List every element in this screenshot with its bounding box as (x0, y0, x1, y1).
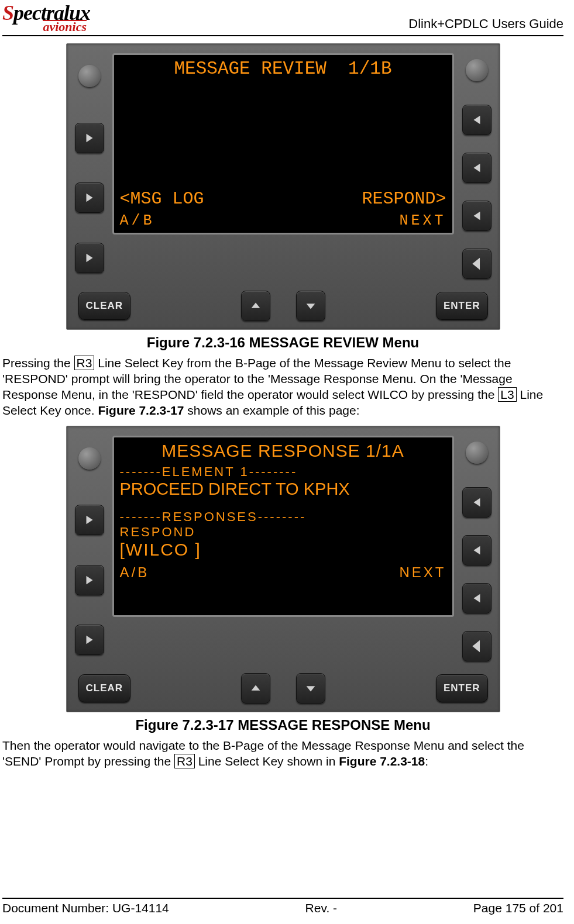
mcdu-device-1: MESSAGE REVIEW 1/1B <MSG LOG RESPOND> A/… (66, 43, 500, 330)
figure-2: MESSAGE RESPONSE 1/1A -------ELEMENT 1--… (2, 426, 563, 712)
next-label-2: NEXT (399, 564, 446, 581)
key-r3-b: R3 (174, 754, 195, 768)
lsk-r1[interactable] (462, 105, 491, 135)
lsk-l2[interactable] (75, 182, 104, 213)
document-title: Dlink+CPDLC Users Guide (408, 16, 563, 33)
wilco-value: [WILCO ] (120, 540, 446, 560)
lsk-l3[interactable] (75, 243, 104, 273)
svg-marker-6 (473, 260, 479, 268)
svg-marker-10 (86, 576, 92, 585)
brightness-knob-r2[interactable] (466, 442, 488, 464)
right-lsk-column-2 (462, 436, 491, 665)
svg-marker-2 (86, 254, 92, 263)
ab-label: A/B (120, 212, 155, 229)
enter-button-2[interactable]: ENTER (436, 674, 488, 702)
logo: Spectralux avionics (2, 4, 90, 33)
svg-marker-7 (252, 303, 260, 308)
mcdu-device-2: MESSAGE RESPONSE 1/1A -------ELEMENT 1--… (66, 426, 500, 712)
figure-1: MESSAGE REVIEW 1/1B <MSG LOG RESPOND> A/… (2, 43, 563, 330)
screen-title: MESSAGE REVIEW 1/1B (120, 58, 446, 79)
clear-button-2[interactable]: CLEAR (78, 674, 131, 702)
lsk-r2[interactable] (462, 153, 491, 183)
left-lsk-column-2 (75, 436, 104, 665)
arrow-up-key[interactable] (241, 291, 270, 321)
lsk-l3-2[interactable] (75, 625, 104, 655)
msg-log-prompt: <MSG LOG (120, 189, 204, 209)
clear-button[interactable]: CLEAR (78, 292, 131, 320)
figure-1-caption: Figure 7.2.3-16 MESSAGE REVIEW Menu (2, 335, 563, 351)
proceed-line: PROCEED DIRECT TO KPHX (120, 480, 446, 499)
arrow-down-key[interactable] (296, 291, 325, 321)
brightness-knob-r[interactable] (466, 59, 488, 81)
respond-label: RESPOND (120, 525, 446, 540)
next-label: NEXT (399, 212, 446, 229)
left-lsk-column (75, 53, 104, 282)
svg-marker-12 (473, 498, 480, 506)
right-lsk-column (462, 53, 491, 282)
lsk-l1[interactable] (75, 123, 104, 153)
cdu-screen-2: MESSAGE RESPONSE 1/1A -------ELEMENT 1--… (112, 436, 454, 617)
lsk-r3-2[interactable] (462, 583, 491, 613)
nav-back-key[interactable] (462, 249, 491, 279)
brightness-knob-2[interactable] (78, 447, 101, 470)
lsk-l1-2[interactable] (75, 505, 104, 535)
svg-marker-17 (307, 686, 315, 691)
footer-page: Page 175 of 201 (473, 901, 563, 915)
svg-marker-3 (473, 116, 480, 125)
footer-docnum: Document Number: UG-14114 (2, 901, 169, 915)
lsk-l2-2[interactable] (75, 565, 104, 595)
paragraph-2: Then the operator would navigate to the … (2, 738, 563, 770)
svg-marker-8 (307, 304, 315, 309)
respond-prompt: RESPOND> (362, 189, 446, 209)
responses-header: -------RESPONSES-------- (120, 509, 446, 525)
svg-marker-9 (86, 516, 92, 525)
logo-sub: avionics (43, 20, 87, 33)
key-l3: L3 (498, 387, 516, 402)
svg-marker-5 (473, 212, 480, 220)
key-r3: R3 (74, 356, 95, 370)
paragraph-1: Pressing the R3 Line Select Key from the… (2, 356, 563, 419)
page-header: Spectralux avionics Dlink+CPDLC Users Gu… (2, 0, 563, 36)
svg-marker-1 (86, 194, 92, 202)
lsk-r3[interactable] (462, 201, 491, 231)
lsk-r1-2[interactable] (462, 487, 491, 518)
cdu-screen-1: MESSAGE REVIEW 1/1B <MSG LOG RESPOND> A/… (112, 53, 454, 235)
page-footer: Document Number: UG-14114 Rev. - Page 17… (2, 898, 563, 915)
brightness-knob[interactable] (78, 65, 101, 87)
arrow-down-key-2[interactable] (296, 673, 325, 704)
svg-marker-15 (473, 642, 479, 650)
svg-marker-4 (473, 164, 480, 173)
svg-marker-14 (473, 594, 480, 602)
enter-button[interactable]: ENTER (436, 292, 488, 320)
svg-marker-0 (86, 134, 92, 143)
svg-marker-13 (473, 546, 480, 554)
arrow-up-key-2[interactable] (241, 673, 270, 704)
ab-label-2: A/B (120, 564, 150, 581)
element-header: -------ELEMENT 1-------- (120, 464, 446, 480)
lsk-r2-2[interactable] (462, 535, 491, 566)
screen-title-2: MESSAGE RESPONSE 1/1A (120, 441, 446, 461)
footer-rev: Rev. - (305, 901, 337, 915)
nav-back-key-2[interactable] (462, 631, 491, 661)
svg-marker-11 (86, 636, 92, 644)
svg-marker-16 (252, 685, 260, 690)
figure-2-caption: Figure 7.2.3-17 MESSAGE RESPONSE Menu (2, 717, 563, 733)
